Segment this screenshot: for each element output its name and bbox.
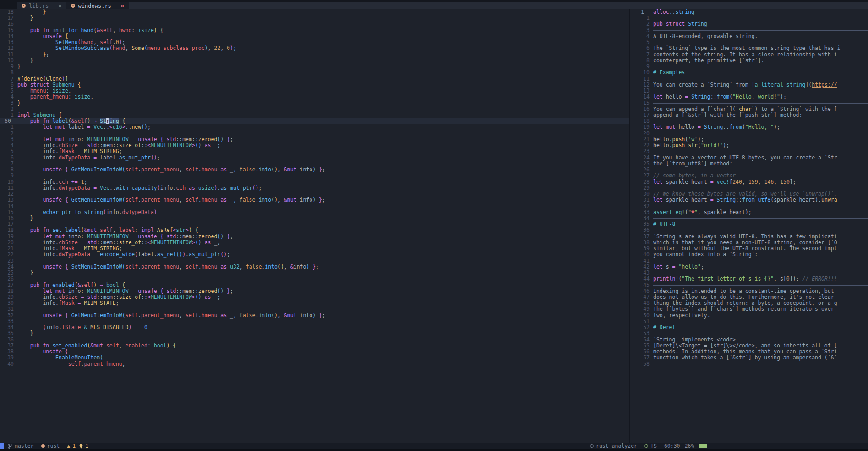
- doc-line[interactable]: 49The [`bytes`] and [`chars`] methods re…: [630, 306, 868, 312]
- doc-line[interactable]: 13: [630, 88, 868, 94]
- code-line[interactable]: 23: [0, 258, 629, 264]
- code-line[interactable]: 4 info.cbSize = std::mem::size_of::<MENU…: [0, 143, 629, 148]
- doc-line[interactable]: 55[Deref]\<Target = [str]\></code>, and …: [630, 343, 868, 349]
- doc-line[interactable]: 23: [630, 148, 868, 154]
- doc-line[interactable]: 45: [630, 282, 868, 288]
- doc-line[interactable]: 32: [630, 204, 868, 209]
- tab-close-icon[interactable]: ×: [121, 3, 124, 9]
- code-line[interactable]: 7: [0, 161, 629, 167]
- doc-line[interactable]: 14let hello = String::from("Hello, world…: [630, 94, 868, 100]
- doc-line[interactable]: 2pub struct String: [630, 21, 868, 27]
- tab-close-icon[interactable]: ×: [58, 3, 61, 9]
- doc-line[interactable]: 56methods. In addition, this means that …: [630, 349, 868, 355]
- code-line[interactable]: 1impl Submenu {: [0, 112, 629, 118]
- doc-line[interactable]: 46Indexing is intended to be a constant-…: [630, 288, 868, 294]
- doc-line[interactable]: 33assert_eq!("♥", sparkle_heart);: [630, 209, 868, 215]
- doc-line[interactable]: 24If you have a vector of UTF-8 bytes, y…: [630, 155, 868, 161]
- doc-line[interactable]: 36: [630, 227, 868, 233]
- code-line[interactable]: 16: [0, 21, 629, 27]
- code-line[interactable]: 15 pub fn init_for_hwnd(&self, hwnd: isi…: [0, 28, 629, 33]
- code-line[interactable]: 30 info.fMask = MIIM_STATE;: [0, 300, 629, 306]
- code-line[interactable]: 9: [0, 173, 629, 179]
- doc-line[interactable]: 16You can append a [`char`](`char`) to a…: [630, 106, 868, 112]
- doc-line[interactable]: 19let mut hello = String::from("Hello, "…: [630, 124, 868, 130]
- doc-line[interactable]: 43: [630, 270, 868, 276]
- doc-line[interactable]: 51: [630, 319, 868, 324]
- code-line[interactable]: 18 pub fn set_label(&mut self, label: im…: [0, 227, 629, 233]
- doc-line[interactable]: 35# UTF-8: [630, 221, 868, 227]
- code-line[interactable]: 3 let mut info: MENUITEMINFOW = unsafe {…: [0, 137, 629, 143]
- code-line[interactable]: 36: [0, 337, 629, 343]
- doc-line[interactable]: 39similar, but without the UTF-8 constra…: [630, 246, 868, 252]
- code-line[interactable]: 17 }: [0, 15, 629, 21]
- doc-line[interactable]: 11: [630, 76, 868, 82]
- doc-line[interactable]: 53: [630, 330, 868, 336]
- code-line[interactable]: 29 info.cbSize = std::mem::size_of::<MEN…: [0, 294, 629, 300]
- doc-line[interactable]: 52# Deref: [630, 324, 868, 330]
- code-line[interactable]: 40 self.parent_hmenu,: [0, 361, 629, 367]
- lsp-status[interactable]: rust_analyzer: [590, 443, 637, 449]
- code-line[interactable]: 31: [0, 306, 629, 312]
- doc-line[interactable]: 38which is that if you need a non-UTF-8 …: [630, 240, 868, 246]
- doc-line[interactable]: 27// some bytes, in a vector: [630, 173, 868, 179]
- code-line[interactable]: 12 SetWindowSubclass(hwnd, Some(menu_sub…: [0, 45, 629, 51]
- code-line[interactable]: 22 info.dwTypeData = encode_wide(label.a…: [0, 252, 629, 258]
- code-line[interactable]: 6 info.dwTypeData = label.as_mut_ptr();: [0, 155, 629, 161]
- doc-line[interactable]: 4A UTF-8-encoded, growable string.: [630, 33, 868, 39]
- code-line[interactable]: 7#[derive(Clone)]: [0, 76, 629, 82]
- code-line[interactable]: 5 info.fMask = MIIM_STRING;: [0, 148, 629, 154]
- docs-pane-string[interactable]: 1alloc::string12pub struct String34A UTF…: [630, 9, 868, 443]
- code-line[interactable]: 10 info.cch += 1;: [0, 179, 629, 185]
- code-line[interactable]: 4 parent_hmenu: isize,: [0, 94, 629, 100]
- doc-line[interactable]: 22hello.push_str("orld!");: [630, 143, 868, 148]
- doc-line[interactable]: 58: [630, 361, 868, 367]
- doc-line[interactable]: 21hello.push('w');: [630, 137, 868, 143]
- code-line[interactable]: 17: [0, 221, 629, 227]
- code-line[interactable]: 60 pub fn label(&self) → String {: [0, 118, 629, 124]
- code-pane-windows-rs[interactable]: 18 }17 }1615 pub fn init_for_hwnd(&self,…: [0, 9, 629, 443]
- code-line[interactable]: 37 pub fn set_enabled(&mut self, enabled…: [0, 343, 629, 349]
- tab-lib-rs[interactable]: lib.rs×: [17, 2, 66, 9]
- diagnostic-hints[interactable]: 1: [79, 443, 88, 449]
- code-line[interactable]: 8 unsafe { GetMenuItemInfoW(self.parent_…: [0, 167, 629, 173]
- doc-line[interactable]: 26: [630, 167, 868, 173]
- command-line[interactable]: [0, 449, 868, 451]
- doc-line[interactable]: 48thing the index should return: a byte,…: [630, 300, 868, 306]
- code-line[interactable]: 11 };: [0, 52, 629, 58]
- doc-line[interactable]: 44println!("The first letter of s is {}"…: [630, 276, 868, 282]
- code-line[interactable]: 21 info.fMask = MIIM_STRING;: [0, 246, 629, 252]
- code-line[interactable]: 25 }: [0, 270, 629, 276]
- code-line[interactable]: 27 pub fn enabled(&self) → bool {: [0, 282, 629, 288]
- doc-line[interactable]: 54`String` implements <code>: [630, 337, 868, 343]
- doc-line[interactable]: 9: [630, 64, 868, 70]
- code-line[interactable]: 2: [0, 106, 629, 112]
- code-line[interactable]: 39 EnableMenuItem(: [0, 355, 629, 361]
- doc-line[interactable]: 6The `String` type is the most common st…: [630, 45, 868, 51]
- code-line[interactable]: 12: [0, 191, 629, 197]
- doc-line[interactable]: 57function which takes a [`&str`] by usi…: [630, 355, 868, 361]
- doc-line[interactable]: 12You can create a `String` from [a lite…: [630, 82, 868, 88]
- code-line[interactable]: 2: [0, 131, 629, 137]
- code-line[interactable]: 15 wchar_ptr_to_string(info.dwTypeData): [0, 209, 629, 215]
- doc-line[interactable]: 7contents of the string. It has a close …: [630, 52, 868, 58]
- code-line[interactable]: 35 }: [0, 330, 629, 336]
- code-line[interactable]: 13 unsafe { GetMenuItemInfoW(self.parent…: [0, 197, 629, 203]
- doc-line[interactable]: 47does not allow us to do this. Furtherm…: [630, 294, 868, 300]
- code-line[interactable]: 9}: [0, 64, 629, 70]
- doc-line[interactable]: 25the [`from_utf8`] method:: [630, 161, 868, 167]
- code-line[interactable]: 28 let mut info: MENUITEMINFOW = unsafe …: [0, 288, 629, 294]
- doc-line[interactable]: 15: [630, 100, 868, 106]
- scrollbar-indicator[interactable]: [699, 444, 707, 448]
- tab-windows-rs[interactable]: windows.rs×: [66, 2, 129, 9]
- doc-line[interactable]: 31let sparkle_heart = String::from_utf8(…: [630, 197, 868, 203]
- code-line[interactable]: 1 let mut label = Vec::<u16>::new();: [0, 124, 629, 130]
- doc-line[interactable]: 29: [630, 185, 868, 191]
- doc-line[interactable]: 37`String`s are always valid UTF-8. This…: [630, 234, 868, 240]
- code-line[interactable]: 19 let mut info: MENUITEMINFOW = unsafe …: [0, 234, 629, 240]
- doc-line[interactable]: 42let s = "hello";: [630, 264, 868, 270]
- code-line[interactable]: 3}: [0, 100, 629, 106]
- code-line[interactable]: 14: [0, 204, 629, 209]
- doc-line[interactable]: 5: [630, 39, 868, 45]
- doc-line[interactable]: 30// We know these bytes are valid, so w…: [630, 191, 868, 197]
- code-line[interactable]: 14 unsafe {: [0, 33, 629, 39]
